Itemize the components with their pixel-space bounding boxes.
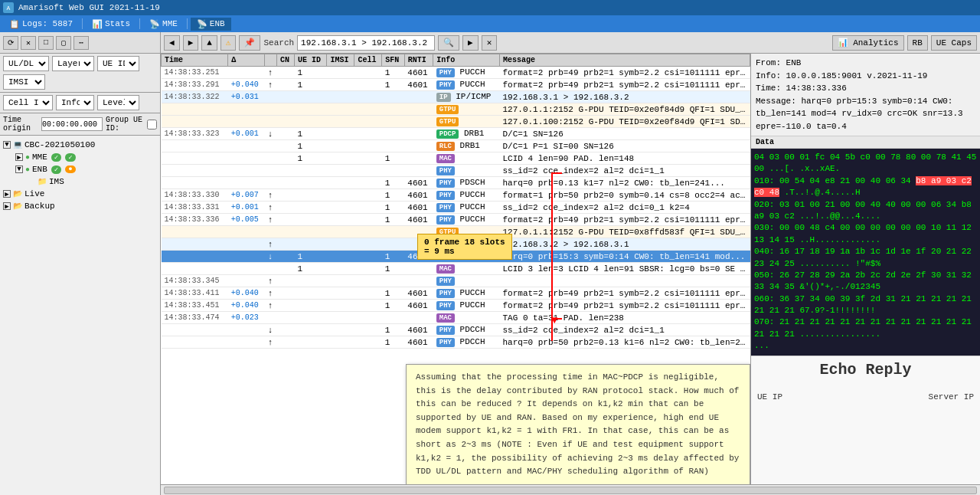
table-row[interactable]: 14:38:33.291 +0.040 ↑ 1 1 4601 PHY PUCCH… — [162, 79, 750, 91]
hex-line: ... — [754, 340, 977, 352]
nav-up-btn[interactable]: ▲ — [201, 35, 217, 51]
enb-badge1: ✓ — [51, 166, 61, 174]
cell-sfn: 1 — [382, 214, 404, 226]
mme-badge1: ✓ — [51, 153, 61, 162]
table-row[interactable]: PHY ss_id=2 cce_index=2 al=2 dci=1_1 — [162, 165, 750, 177]
search-bar: ◀ ▶ ▲ ⚠ 📌 Search 🔍 ▶ ✕ 📊 Analytics RB UE… — [161, 32, 980, 54]
search-label: Search — [263, 38, 294, 48]
cell-dir — [265, 177, 277, 189]
cell-time — [162, 140, 228, 152]
cell-imsi — [327, 128, 354, 140]
table-row[interactable]: GTPU 127.0.1.100:2152 G-PDU TEID=0x2e0f8… — [162, 116, 750, 128]
uecaps-btn[interactable]: UE Caps — [931, 35, 977, 51]
cell-delta — [228, 251, 265, 263]
search-go-btn[interactable]: 🔍 — [438, 35, 459, 51]
search-input[interactable] — [297, 35, 435, 51]
cell-dir: ↑ — [265, 287, 277, 300]
imsi-select[interactable]: IMSI — [3, 74, 45, 90]
menu-stats[interactable]: 📊 Stats — [86, 18, 136, 31]
sidebar-close-btn[interactable]: ✕ — [21, 36, 36, 50]
search-next-btn[interactable]: ▶ — [462, 35, 479, 51]
arrow-down: ▼ — [551, 314, 557, 326]
tree-expand-live[interactable]: ▶ — [3, 190, 11, 198]
bottom-scrollbar[interactable] — [161, 484, 980, 495]
table-row[interactable]: 1 4601 PHY PDSCH harq=0 prb=0.13 k1=7 nl… — [162, 177, 750, 189]
cell-sfn: 1 — [382, 324, 404, 336]
ueid-select[interactable]: UE ID — [97, 56, 139, 71]
tree-item-live[interactable]: ▶ 📂 Live — [3, 188, 157, 200]
table-row[interactable]: 14:38:33.322 +0.031 IP IP/ICMP 192.168.3… — [162, 91, 750, 103]
table-row[interactable]: 14:38:33.345 ↑ PHY — [162, 275, 750, 287]
group-ueid-checkbox[interactable] — [147, 120, 157, 129]
cell-info: PHY PDCCH — [433, 324, 500, 336]
analytics-btn[interactable]: 📊 Analytics — [832, 35, 904, 51]
table-row[interactable]: 1 1 MAC LCID 4 len=90 PAD. len=148 — [162, 152, 750, 165]
cell-rnti — [404, 116, 433, 128]
cell-message: D/C=1 SN=126 — [500, 128, 750, 140]
tree-item-root[interactable]: ▼ 💻 CBC-2021050100 — [3, 139, 157, 151]
table-row[interactable]: 14:38:33.331 +0.001 ↑ 1 4601 PHY PUCCH s… — [162, 202, 750, 214]
cell-time — [162, 238, 228, 251]
table-row[interactable]: 14:38:33.474 +0.023 MAC TAG 0 ta=31 PAD.… — [162, 312, 750, 324]
col-sfn: SFN — [382, 54, 404, 67]
table-row[interactable]: 14:38:33.451 +0.040 ↑ 1 4601 PHY PUCCH f… — [162, 300, 750, 312]
pin-btn[interactable]: 📌 — [239, 35, 260, 51]
uldl-select[interactable]: UL/DL — [3, 56, 49, 71]
time-origin-input[interactable] — [41, 117, 103, 131]
sidebar-collapse-btn[interactable]: ▢ — [56, 36, 71, 50]
table-row[interactable]: 14:38:33.330 +0.007 ↑ 1 4601 PHY PUCCH f… — [162, 189, 750, 202]
cell-ueid — [294, 226, 327, 238]
sidebar-expand-btn[interactable]: □ — [38, 36, 54, 50]
cell-cell — [354, 251, 382, 263]
cell-time: 14:38:33.323 — [162, 128, 228, 140]
level-select[interactable]: Level — [97, 95, 139, 110]
cell-rnti — [404, 263, 433, 275]
table-row[interactable]: 14:38:33.251 ↑ 1 1 4601 PHY PUCCH format… — [162, 67, 750, 79]
table-row[interactable]: 14:38:33.323 +0.001 ↓ 1 PDCP DRB1 D/C=1 … — [162, 128, 750, 140]
cell-rnti: 4601 — [404, 79, 433, 91]
nav-back-btn[interactable]: ◀ — [164, 35, 180, 51]
table-row[interactable]: 1 RLC DRB1 D/C=1 P=1 SI=00 SN=126 — [162, 140, 750, 152]
table-row[interactable]: ↑ 1 4601 PHY PDCCH harq=0 prb=50 prb2=0.… — [162, 336, 750, 349]
cell-sfn: 1 — [382, 263, 404, 275]
cell-cell — [354, 312, 382, 324]
cell-imsi — [327, 263, 354, 275]
cell-ueid: 1 — [294, 128, 327, 140]
sidebar-more-btn[interactable]: ⋯ — [74, 36, 89, 50]
tree-expand-root[interactable]: ▼ — [3, 141, 11, 149]
cell-imsi — [327, 300, 354, 312]
cellid-select[interactable]: Cell ID — [3, 95, 53, 110]
table-row[interactable]: ↓ 1 4601 PHY PDCCH ss_id=2 cce_index=2 a… — [162, 324, 750, 336]
menu-enb[interactable]: 📡 ENB — [191, 18, 231, 31]
tree-item-mme[interactable]: ▶ ● MME ✓ ✓ — [3, 151, 157, 163]
table-row[interactable]: 1 1 MAC LCID 3 len=3 LCID 4 len=91 SBSR:… — [162, 263, 750, 275]
tree-expand-backup[interactable]: ▶ — [3, 202, 11, 210]
table-row[interactable]: 14:38:33.411 +0.040 ↑ 1 4601 PHY PUCCH f… — [162, 287, 750, 300]
table-row[interactable]: GTPU 127.0.1.1:2152 G-PDU TEID=0x2e0f84d… — [162, 103, 750, 116]
server-ip-label: Server IP — [929, 392, 974, 402]
menu-mme[interactable]: 📡 MME — [143, 18, 184, 31]
cell-ueid — [294, 177, 327, 189]
sidebar-toolbar: ⟳ ✕ □ ▢ ⋯ — [0, 32, 160, 54]
sidebar-refresh-btn[interactable]: ⟳ — [3, 36, 18, 50]
tree-item-backup[interactable]: ▶ 📂 Backup — [3, 200, 157, 212]
nav-fwd-btn[interactable]: ▶ — [183, 35, 199, 51]
log-table-container[interactable]: Time Δ CN UE ID IMSI Cell SFN RNTI Info — [161, 54, 750, 484]
search-clear-btn[interactable]: ✕ — [482, 35, 498, 51]
tree-expand-enb[interactable]: ▼ — [15, 166, 23, 173]
layer-select[interactable]: Layer — [52, 56, 94, 71]
cell-rnti: 4601 — [404, 324, 433, 336]
warning-btn[interactable]: ⚠ — [220, 35, 237, 51]
menu-logs[interactable]: 📋 Logs: 5887 — [3, 18, 79, 31]
tree-item-ims[interactable]: 📁 IMS — [3, 175, 157, 188]
tree-expand-mme[interactable]: ▶ — [15, 153, 23, 161]
cell-info: PDCP DRB1 — [433, 128, 500, 140]
cell-cell — [354, 324, 382, 336]
tree-item-enb[interactable]: ▼ ● ENB ✓ ● — [3, 163, 157, 175]
cell-sfn: 1 — [382, 177, 404, 189]
cell-cell — [354, 336, 382, 349]
rb-btn[interactable]: RB — [907, 35, 928, 51]
table-row[interactable]: 14:38:33.336 +0.005 ↑ 1 4601 PHY PUCCH f… — [162, 214, 750, 226]
cell-dir — [265, 165, 277, 177]
info-select[interactable]: Info — [56, 95, 94, 110]
